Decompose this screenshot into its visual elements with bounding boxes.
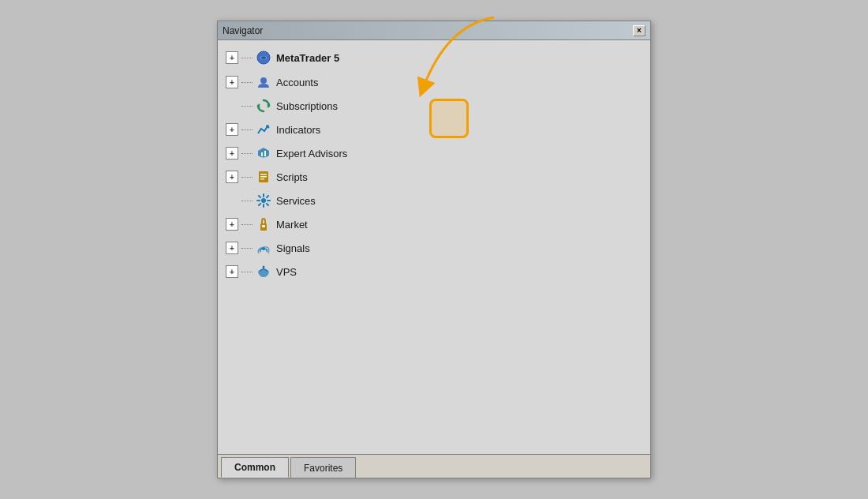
indicators-connector (241, 129, 253, 130)
svg-rect-4 (261, 152, 263, 156)
content-area: + MetaTrader 5 + (218, 40, 650, 478)
vps-label: VPS (276, 266, 297, 278)
nav-root-item[interactable]: + MetaTrader 5 (218, 45, 650, 70)
svg-point-10 (261, 198, 266, 203)
subscriptions-label: Subscriptions (276, 100, 338, 112)
scripts-icon (256, 169, 271, 185)
nav-item-services[interactable]: Services (218, 189, 650, 212)
svg-rect-7 (260, 174, 267, 175)
market-icon (256, 216, 271, 232)
nav-item-indicators[interactable]: + Indicators (218, 118, 650, 141)
vps-expand-button[interactable]: + (226, 265, 238, 278)
vps-connector (241, 272, 253, 272)
subscriptions-icon (256, 98, 271, 114)
experts-icon (256, 145, 271, 161)
svg-rect-9 (260, 178, 264, 180)
market-connector (241, 224, 253, 225)
indicators-icon (256, 122, 271, 137)
nav-item-market[interactable]: + Market (218, 212, 650, 236)
signals-icon (256, 240, 271, 256)
nav-item-signals[interactable]: + Signals (218, 236, 650, 260)
services-icon (256, 193, 271, 208)
scripts-expand-button[interactable]: + (226, 171, 238, 183)
nav-item-vps[interactable]: + VPS (218, 260, 650, 283)
tab-common[interactable]: Common (221, 457, 289, 478)
svg-point-15 (263, 266, 265, 268)
experts-connector (241, 153, 253, 154)
svg-point-2 (260, 77, 267, 84)
signals-connector (241, 248, 253, 249)
window-title: Navigator (223, 25, 263, 36)
svg-point-3 (266, 125, 269, 128)
nav-item-expert-advisors[interactable]: + Expert Advisors (218, 141, 650, 165)
tabs-bar: Common Favorites (218, 454, 650, 478)
vps-icon (256, 264, 271, 280)
market-label: Market (276, 219, 308, 231)
services-label: Services (276, 195, 316, 207)
accounts-icon (256, 74, 271, 90)
svg-rect-5 (264, 151, 266, 156)
nav-item-scripts[interactable]: + Scripts (218, 165, 650, 189)
title-bar: Navigator × (218, 21, 650, 40)
signals-expand-button[interactable]: + (226, 242, 238, 254)
root-expand-button[interactable]: + (226, 51, 238, 64)
root-label: MetaTrader 5 (276, 52, 339, 64)
accounts-connector (241, 82, 253, 83)
svg-rect-12 (262, 225, 265, 227)
indicators-expand-button[interactable]: + (226, 123, 238, 136)
market-expand-button[interactable]: + (226, 218, 238, 231)
root-connector-line (241, 58, 253, 58)
close-button[interactable]: × (633, 25, 645, 36)
tab-favorites[interactable]: Favorites (290, 457, 356, 478)
scripts-connector (241, 177, 253, 178)
nav-item-subscriptions[interactable]: Subscriptions (218, 94, 650, 118)
scripts-label: Scripts (276, 171, 308, 183)
signals-label: Signals (276, 242, 310, 254)
nav-item-accounts[interactable]: + Accounts (218, 70, 650, 94)
metatrader-icon (256, 50, 271, 66)
navigator-window: Navigator × + MetaTrader 5 (217, 21, 651, 478)
subscriptions-connector (241, 106, 253, 107)
accounts-label: Accounts (276, 77, 318, 88)
nav-list: + MetaTrader 5 + (218, 40, 650, 454)
services-connector (241, 201, 253, 201)
experts-label: Expert Advisors (276, 148, 347, 159)
accounts-expand-button[interactable]: + (226, 76, 238, 88)
indicators-label: Indicators (276, 124, 320, 136)
experts-expand-button[interactable]: + (226, 147, 238, 159)
svg-rect-8 (260, 176, 267, 178)
